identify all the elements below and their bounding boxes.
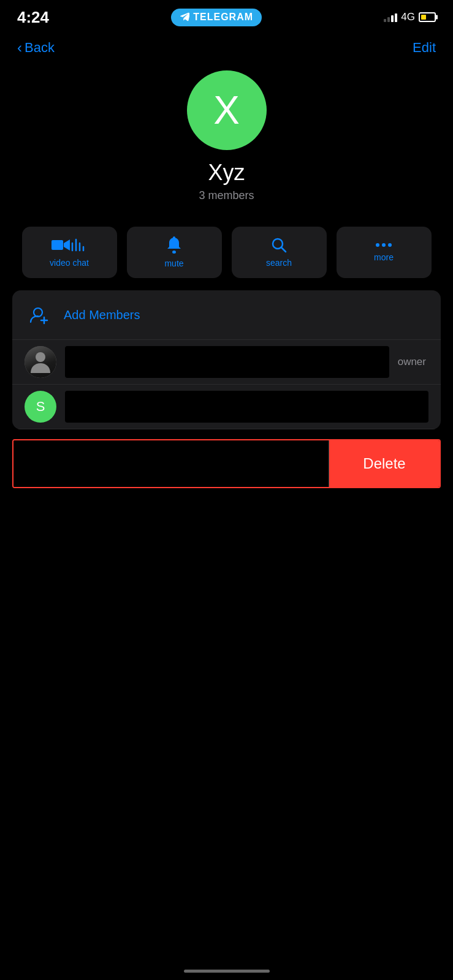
member-info-1 [65,346,389,378]
svg-point-11 [388,243,392,247]
battery-icon [419,12,436,22]
signal-bars [384,12,397,22]
group-subtitle: 3 members [199,189,254,202]
add-members-row[interactable]: Add Members [12,290,441,340]
member-avatar-1 [25,346,56,378]
back-label: Back [25,40,55,56]
signal-bar-1 [384,19,386,22]
edit-button[interactable]: Edit [413,40,436,56]
signal-bar-4 [395,13,397,22]
telegram-label: TELEGRAM [193,12,253,23]
network-label: 4G [401,11,415,23]
svg-line-8 [281,247,286,252]
delete-label: Delete [363,455,405,472]
nav-bar: ‹ Back Edit [0,31,453,64]
group-avatar: X [187,70,267,150]
member-avatar-2: S [25,391,56,423]
video-chat-label: video chat [50,258,89,268]
add-members-label: Add Members [64,308,140,322]
telegram-icon [180,12,189,23]
group-name: Xyz [208,160,245,186]
telegram-badge: TELEGRAM [171,9,262,26]
search-icon [271,237,287,253]
home-indicator [184,970,270,973]
member-row-2[interactable]: S [12,385,441,429]
svg-point-15 [36,352,45,362]
bell-icon [166,236,182,254]
member-info-2 [65,391,428,423]
member-role-1: owner [398,356,428,368]
svg-rect-0 [51,240,63,250]
members-section: Add Members owner S [12,290,441,429]
swipe-content [13,440,329,487]
search-button[interactable]: search [232,227,327,278]
status-time: 4:24 [17,8,49,27]
add-members-icon [25,300,54,330]
svg-point-10 [382,243,386,247]
more-icon [376,243,392,247]
action-buttons: video chat mute search more [0,214,453,290]
more-button[interactable]: more [337,227,432,278]
swipe-delete-row: Delete [12,439,441,488]
back-button[interactable]: ‹ Back [17,39,55,56]
signal-bar-2 [387,17,390,22]
battery-fill [421,15,426,20]
mute-label: mute [164,258,183,268]
svg-point-9 [376,243,379,247]
video-chat-button[interactable]: video chat [22,227,117,278]
avatar-letter: X [213,88,240,133]
more-label: more [374,252,394,262]
profile-section: X Xyz 3 members [0,64,453,214]
svg-point-6 [172,251,176,254]
search-label: search [266,258,292,268]
delete-button[interactable]: Delete [329,440,440,487]
status-right: 4G [384,11,436,23]
back-chevron-icon: ‹ [17,39,22,56]
mute-button[interactable]: mute [127,227,222,278]
member-row-1[interactable]: owner [12,340,441,385]
status-bar: 4:24 TELEGRAM 4G [0,0,453,31]
video-chat-icon [51,237,87,253]
status-center: TELEGRAM [171,9,262,26]
signal-bar-3 [391,15,394,22]
